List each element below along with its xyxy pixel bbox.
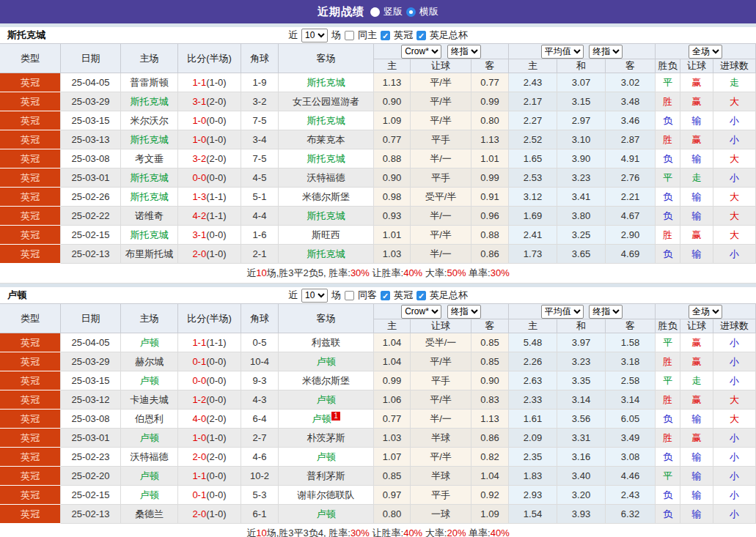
halftime-score: (0-0)	[206, 115, 226, 126]
avg-draw-odds: 3.25	[557, 226, 606, 245]
handicap-away-odds: 0.82	[471, 448, 509, 467]
final-odds-select-2[interactable]: 终指	[589, 305, 623, 319]
final-odds-select-1[interactable]: 终指	[447, 45, 481, 59]
col-avg-home: 主	[509, 59, 557, 73]
handicap-line: 平/半	[411, 92, 471, 111]
date-cell: 25-03-15	[61, 111, 121, 130]
avg-away-odds: 3.46	[606, 111, 656, 130]
recent-count-select[interactable]: 10	[301, 289, 328, 303]
result-goals: 小	[713, 486, 756, 505]
avg-home-odds: 3.12	[509, 188, 557, 207]
score-cell: 3-1(2-0)	[178, 92, 241, 111]
same-venue-checkbox[interactable]	[345, 291, 354, 300]
same-venue-checkbox[interactable]	[345, 31, 354, 40]
scope-select[interactable]: 全场	[689, 45, 722, 59]
fa-cup-checkbox[interactable]: ✓	[416, 291, 426, 300]
recent-count-select[interactable]: 10	[301, 29, 328, 42]
score-cell: 4-2(1-1)	[178, 207, 241, 226]
final-odds-select-2[interactable]: 终指	[589, 45, 623, 59]
date-cell: 25-03-08	[61, 410, 121, 429]
result-goals: 小	[713, 505, 756, 524]
average-select[interactable]: 平均值	[541, 45, 584, 59]
handicap-home-odds: 1.13	[374, 73, 411, 92]
home-team-cell: 卢顿	[121, 467, 178, 486]
handicap-home-odds: 1.04	[374, 352, 411, 371]
avg-draw-odds: 3.23	[557, 168, 606, 188]
match-row: 英冠25-04-05普雷斯顿1-1(1-0)1-9斯托克城1.13平/半0.77…	[0, 73, 756, 92]
avg-away-odds: 3.08	[606, 448, 656, 467]
avg-home-odds: 2.43	[509, 73, 557, 92]
avg-home-odds: 1.73	[509, 245, 557, 264]
fulltime-score: 2-0	[192, 451, 206, 462]
avg-home-odds: 2.35	[509, 448, 557, 467]
col-avg-draw: 和	[557, 59, 606, 73]
handicap-away-odds: 0.92	[471, 486, 509, 505]
match-row: 英冠25-04-05卢顿1-1(1-1)0-5利兹联1.04受半/一0.855.…	[0, 333, 756, 352]
filter-controls: 近 10 场 同主 ✓ 英冠 ✓ 英足总杯	[288, 29, 468, 42]
fulltime-score: 3-2	[192, 153, 206, 164]
handicap-home-odds: 0.98	[374, 188, 411, 207]
result-outcome: 负	[656, 410, 680, 429]
result-handicap: 输	[680, 486, 713, 505]
vertical-layout-radio[interactable]	[370, 7, 380, 17]
away-team-cell: 斯托克城	[279, 73, 374, 92]
away-team-cell: 朴茨茅斯	[279, 429, 374, 448]
away-team-cell: 利兹联	[279, 333, 374, 352]
corner-cell: 2-1	[241, 245, 279, 264]
score-cell: 1-1(1-1)	[178, 333, 241, 352]
summary-stat-value: 30%	[351, 267, 370, 278]
scope-select[interactable]: 全场	[689, 305, 722, 319]
handicap-away-odds: 0.77	[471, 73, 509, 92]
away-team-cell: 谢菲尔德联队	[279, 486, 374, 505]
col-date: 日期	[61, 303, 121, 333]
avg-draw-odds: 3.65	[557, 245, 606, 264]
handicap-home-odds: 0.80	[374, 505, 411, 524]
bookmaker-select[interactable]: Crow*	[401, 45, 441, 59]
bookmaker-select[interactable]: Crow*	[401, 305, 441, 319]
avg-draw-odds: 3.15	[557, 92, 606, 111]
match-table: 类型 日期 主场 比分(半场) 角球 客场 Crow* 终指 平均值 终指 全场	[0, 303, 756, 537]
match-type-cell: 英冠	[0, 467, 61, 486]
result-goals: 小	[713, 467, 756, 486]
score-cell: 2-0(1-0)	[178, 505, 241, 524]
match-type-cell: 英冠	[0, 333, 61, 352]
summary-stat-value: 30%	[491, 267, 510, 278]
result-goals: 小	[713, 245, 756, 264]
col-avg-draw: 和	[557, 319, 606, 333]
home-team-cell: 考文垂	[121, 149, 178, 168]
match-type-cell: 英冠	[0, 352, 61, 371]
final-odds-select-1[interactable]: 终指	[447, 305, 481, 319]
handicap-home-odds: 0.77	[374, 130, 411, 149]
avg-draw-odds: 3.10	[557, 130, 606, 149]
avg-home-odds: 1.65	[509, 149, 557, 168]
avg-home-odds: 2.17	[509, 92, 557, 111]
halftime-score: (0-0)	[206, 489, 226, 500]
result-outcome: 负	[656, 245, 680, 264]
result-outcome: 胜	[656, 130, 680, 149]
col-home: 主场	[121, 43, 178, 73]
col-hcp-away: 客	[471, 319, 509, 333]
handicap-away-odds: 0.86	[471, 429, 509, 448]
result-goals: 大	[713, 207, 756, 226]
result-handicap: 输	[680, 188, 713, 207]
fa-cup-checkbox[interactable]: ✓	[416, 31, 426, 40]
handicap-line: 平/半	[411, 390, 471, 410]
result-outcome: 胜	[656, 429, 680, 448]
match-type-cell: 英冠	[0, 92, 61, 111]
league-championship-checkbox[interactable]: ✓	[381, 291, 390, 300]
col-outcome: 胜负	[656, 319, 680, 333]
result-goals: 小	[713, 168, 756, 188]
halftime-score: (1-0)	[206, 134, 226, 145]
league-championship-checkbox[interactable]: ✓	[381, 31, 390, 40]
away-team-cell: 米德尔斯堡	[279, 188, 374, 207]
result-outcome: 负	[656, 486, 680, 505]
average-select[interactable]: 平均值	[541, 305, 584, 319]
section-bar: 斯托克城 近 10 场 同主 ✓ 英冠 ✓ 英足总杯	[0, 27, 756, 43]
result-goals: 大	[713, 149, 756, 168]
bookmaker-group-header: Crow* 终指	[374, 43, 509, 59]
horizontal-layout-radio[interactable]	[406, 7, 416, 17]
handicap-line: 平手	[411, 486, 471, 505]
avg-home-odds: 1.69	[509, 207, 557, 226]
home-team-cell: 伯恩利	[121, 410, 178, 429]
summary-stat-value: 40%	[491, 527, 510, 537]
